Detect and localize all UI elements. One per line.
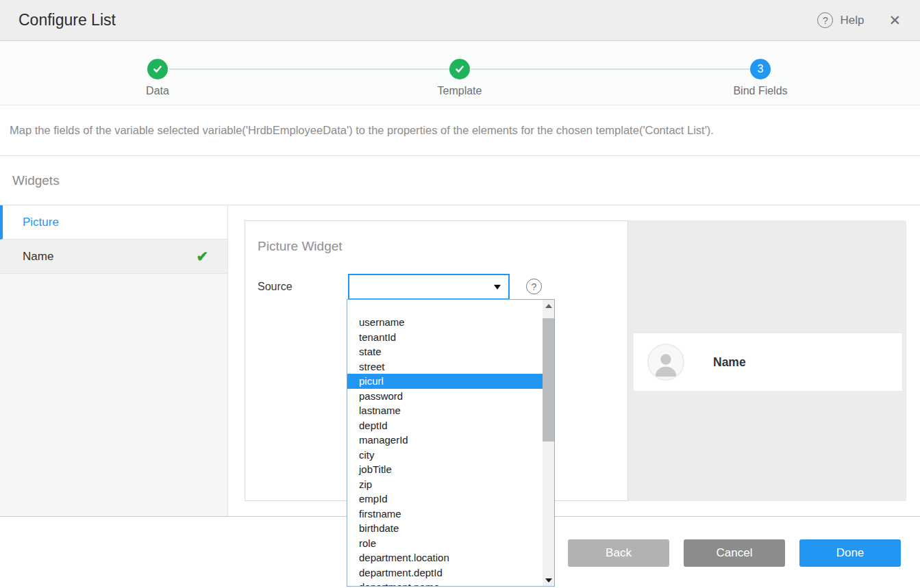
- dropdown-option[interactable]: firstname: [347, 507, 543, 522]
- scroll-down-icon[interactable]: [543, 574, 554, 586]
- dropdown-option[interactable]: tenantId: [347, 330, 543, 345]
- step-done-check-icon: [449, 59, 470, 79]
- instruction-text: Map the fields of the variable selected …: [0, 105, 920, 156]
- page-title: Configure List: [18, 11, 116, 29]
- step-data[interactable]: Data: [110, 59, 206, 97]
- panel-title: Picture Widget: [258, 239, 343, 254]
- back-button[interactable]: Back: [568, 539, 669, 567]
- dropdown-option-list: usernametenantIdstatestreetpicurlpasswor…: [347, 300, 543, 586]
- dropdown-option[interactable]: managerId: [347, 433, 543, 448]
- widgets-section-title: Widgets: [0, 156, 920, 205]
- dropdown-option[interactable]: role: [347, 536, 543, 551]
- dropdown-option[interactable]: street: [347, 359, 543, 374]
- bound-check-icon: ✔: [196, 248, 208, 265]
- dropdown-option[interactable]: password: [347, 389, 543, 404]
- contact-list-preview-card: Name: [634, 333, 902, 391]
- stepper-connector: [169, 68, 449, 70]
- source-dropdown-popup: usernametenantIdstatestreetpicurlpasswor…: [347, 299, 555, 587]
- wizard-stepper: Data Template 3 Bind Fields: [0, 41, 920, 105]
- step-bind-fields[interactable]: 3 Bind Fields: [712, 59, 808, 97]
- source-help-icon[interactable]: ?: [526, 279, 542, 294]
- cancel-button[interactable]: Cancel: [684, 539, 785, 567]
- help-link[interactable]: Help: [840, 14, 864, 27]
- dropdown-option[interactable]: department.name: [347, 580, 543, 586]
- dropdown-option[interactable]: username: [347, 315, 543, 330]
- step-label: Data: [146, 85, 169, 97]
- dropdown-option[interactable]: zip: [347, 477, 543, 492]
- sidebar-item-label: Picture: [23, 216, 59, 229]
- step-label: Template: [438, 85, 482, 97]
- sidebar-item-name[interactable]: Name ✔: [0, 240, 227, 274]
- stepper-connector: [471, 68, 750, 70]
- scrollbar-track[interactable]: [543, 311, 554, 574]
- step-number-badge: 3: [750, 59, 771, 79]
- chevron-down-icon: [494, 285, 501, 290]
- dropdown-option[interactable]: department.location: [347, 550, 543, 565]
- help-icon[interactable]: ?: [817, 12, 833, 28]
- widget-config-main: Picture Widget Source ?: [228, 205, 920, 516]
- scroll-up-icon[interactable]: [543, 300, 554, 311]
- scrollbar-thumb[interactable]: [543, 318, 554, 442]
- dropdown-option[interactable]: state: [347, 344, 543, 359]
- close-icon[interactable]: ✕: [888, 13, 901, 27]
- source-select[interactable]: [348, 274, 510, 300]
- preview-name-label: Name: [713, 355, 746, 370]
- avatar-placeholder-icon: [647, 344, 684, 381]
- step-template[interactable]: Template: [412, 59, 508, 97]
- sidebar-item-label: Name: [23, 250, 53, 264]
- widgets-sidebar: Picture Name ✔: [0, 205, 228, 516]
- template-preview: Name: [628, 220, 906, 501]
- dropdown-option[interactable]: empId: [347, 491, 543, 507]
- done-button[interactable]: Done: [799, 539, 901, 567]
- step-label: Bind Fields: [733, 85, 787, 97]
- source-field-label: Source: [258, 281, 293, 293]
- dropdown-option[interactable]: birthdate: [347, 521, 543, 536]
- dropdown-option[interactable]: deptId: [347, 418, 543, 433]
- sidebar-item-picture[interactable]: Picture: [0, 205, 227, 240]
- dialog-header: Configure List ? Help ✕: [0, 0, 920, 41]
- configure-list-dialog: Configure List ? Help ✕ Data Template 3 …: [0, 0, 920, 588]
- dropdown-option[interactable]: jobTitle: [347, 462, 543, 477]
- dropdown-option[interactable]: lastname: [347, 403, 543, 418]
- dropdown-option[interactable]: city: [347, 448, 543, 463]
- step-done-check-icon: [147, 59, 168, 79]
- dropdown-scrollbar[interactable]: [543, 300, 554, 586]
- dropdown-option[interactable]: department.deptId: [347, 565, 543, 580]
- dropdown-option[interactable]: picurl: [347, 374, 543, 389]
